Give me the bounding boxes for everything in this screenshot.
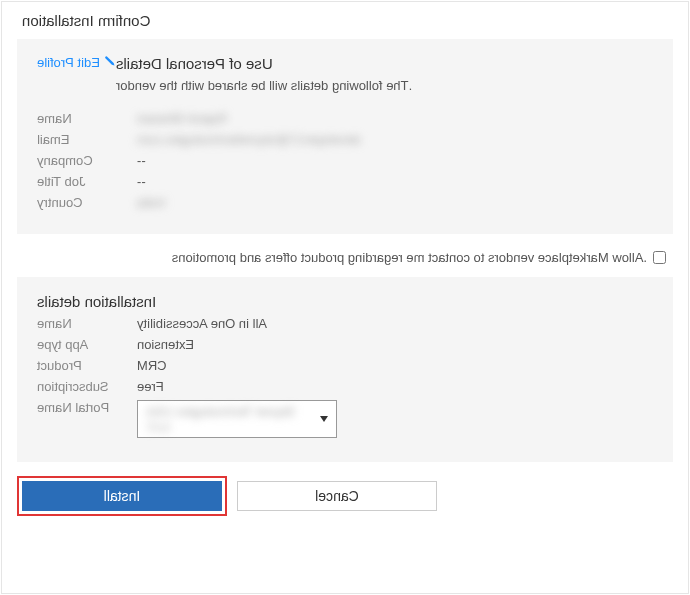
detail-row-name: Name Rajesh Bhiwani [37,111,653,126]
modal-title: Confirm Installation [2,2,688,39]
detail-value: developer17@skynettechnologies.com [137,132,653,147]
detail-row-subscription: Subscription Free [37,379,653,394]
detail-row-jobtitle: Job Title -- [37,174,653,189]
consent-label: Allow Marketplace vendors to contact me … [172,250,647,265]
install-button[interactable]: Install [22,481,222,511]
detail-row-portal: Portal Name Skynet Technologies USA LLC [37,400,653,438]
cancel-button[interactable]: Cancel [237,481,437,511]
personal-details-section: Use of Personal Details The following de… [17,39,673,234]
portal-select-value: Skynet Technologies USA LLC [146,404,320,434]
installation-details-section: Installation details Name All in One Acc… [17,277,673,462]
install-section-title: Installation details [37,293,653,310]
portal-select[interactable]: Skynet Technologies USA LLC [137,400,337,438]
detail-value: Free [137,379,653,394]
detail-label: Email [37,132,137,147]
edit-profile-link[interactable]: Edit Profile [37,55,116,70]
confirm-installation-modal: Confirm Installation Use of Personal Det… [1,1,689,594]
detail-row-product: Product CRM [37,358,653,373]
chevron-down-icon [320,416,328,422]
edit-profile-label: Edit Profile [37,55,100,70]
detail-value: CRM [137,358,653,373]
detail-row-email: Email developer17@skynettechnologies.com [37,132,653,147]
consent-checkbox[interactable] [653,251,666,264]
detail-label: Portal Name [37,400,137,438]
detail-value: India [137,195,653,210]
detail-row-install-name: Name All in One Accessibility [37,316,653,331]
install-button-highlight: Install [17,476,227,516]
detail-label: Product [37,358,137,373]
detail-value: Extension [137,337,653,352]
detail-label: Subscription [37,379,137,394]
detail-label: Job Title [37,174,137,189]
detail-label: Name [37,316,137,331]
detail-value: Rajesh Bhiwani [137,111,653,126]
detail-row-apptype: App type Extension [37,337,653,352]
pencil-icon [104,55,116,70]
personal-section-subtitle: The following details will be shared wit… [116,78,653,93]
detail-value: All in One Accessibility [137,316,653,331]
detail-row-company: Company -- [37,153,653,168]
consent-row: Allow Marketplace vendors to contact me … [2,244,688,277]
detail-value: -- [137,174,653,189]
personal-section-title: Use of Personal Details [116,55,653,72]
detail-row-country: Country India [37,195,653,210]
detail-label: Name [37,111,137,126]
detail-label: App type [37,337,137,352]
detail-label: Country [37,195,137,210]
button-row: Install Cancel [2,472,688,526]
detail-value: -- [137,153,653,168]
detail-label: Company [37,153,137,168]
